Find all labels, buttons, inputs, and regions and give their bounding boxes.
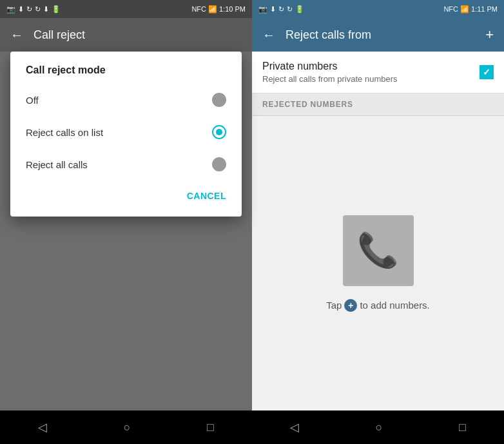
right-nfc-icon: NFC — [443, 5, 458, 13]
left-wifi-icon: 📶 — [208, 5, 217, 14]
phone-icon: 📞 — [357, 231, 399, 270]
left-panel: 📷 ⬇ ↻ ↻ ⬇ 🔋 NFC 📶 1:10 PM ← Call reject … — [0, 0, 252, 444]
private-numbers-text-group: Private numbers Reject all calls from pr… — [262, 61, 480, 84]
call-reject-mode-dialog: Call reject mode Off Reject calls on lis… — [10, 52, 242, 217]
left-page-title: Call reject — [34, 28, 85, 42]
right-status-icon-photo: 📷 — [258, 5, 267, 14]
right-back-button[interactable]: ← — [262, 28, 275, 43]
right-status-icon-dl: ⬇ — [270, 5, 276, 14]
option-off-label: Off — [26, 95, 39, 106]
rejected-numbers-header: REJECTED NUMBERS — [252, 93, 504, 116]
left-back-button[interactable]: ← — [10, 28, 23, 43]
phone-icon-container: 📞 — [343, 215, 414, 286]
private-numbers-title: Private numbers — [262, 61, 480, 72]
right-status-bar: 📷 ⬇ ↻ ↻ 🔋 NFC 📶 1:11 PM — [252, 0, 504, 18]
right-status-icon-battery: 🔋 — [295, 5, 304, 14]
left-nav-home[interactable]: ○ — [124, 421, 131, 434]
dialog-title: Call reject mode — [10, 52, 242, 84]
status-icon-sync2: ↻ — [35, 5, 41, 14]
right-status-icon-sync1: ↻ — [278, 5, 284, 14]
empty-state-add-icon[interactable]: + — [344, 299, 357, 312]
dialog-option-reject-all[interactable]: Reject all calls — [10, 148, 242, 180]
right-status-icon-sync2: ↻ — [287, 5, 293, 14]
right-nav-recent[interactable]: □ — [459, 421, 466, 434]
left-status-right: NFC 📶 1:10 PM — [191, 5, 246, 14]
private-numbers-checkbox[interactable]: ✓ — [480, 65, 494, 79]
left-nav-recent[interactable]: □ — [207, 421, 214, 434]
right-wifi-icon: 📶 — [460, 5, 469, 14]
option-off-radio[interactable] — [212, 93, 226, 107]
dialog-actions: CANCEL — [10, 180, 242, 217]
option-reject-list-radio[interactable] — [212, 125, 226, 139]
left-top-bar: ← Call reject — [0, 18, 252, 52]
dialog-option-reject-list[interactable]: Reject calls on list — [10, 116, 242, 148]
right-top-bar: ← Reject calls from + — [252, 18, 504, 52]
left-nav-back[interactable]: ◁ — [38, 420, 47, 434]
empty-state: 📞 Tap + to add numbers. — [252, 116, 504, 410]
option-reject-list-label: Reject calls on list — [26, 127, 103, 138]
right-panel: 📷 ⬇ ↻ ↻ 🔋 NFC 📶 1:11 PM ← Reject calls f… — [252, 0, 504, 444]
right-status-right: NFC 📶 1:11 PM — [443, 5, 498, 14]
right-top-bar-left: ← Reject calls from — [262, 28, 371, 43]
dialog-option-off[interactable]: Off — [10, 84, 242, 116]
left-status-bar: 📷 ⬇ ↻ ↻ ⬇ 🔋 NFC 📶 1:10 PM — [0, 0, 252, 18]
right-page-title: Reject calls from — [286, 28, 371, 42]
private-numbers-description: Reject all calls from private numbers — [262, 74, 480, 84]
add-number-button[interactable]: + — [485, 26, 494, 43]
left-status-icons: 📷 ⬇ ↻ ↻ ⬇ 🔋 — [6, 5, 61, 14]
right-nav-bar: ◁ ○ □ — [252, 410, 504, 444]
status-icon-battery: 🔋 — [52, 5, 61, 14]
status-icon-sync1: ↻ — [26, 5, 32, 14]
right-nav-back[interactable]: ◁ — [290, 420, 299, 434]
right-time: 1:11 PM — [471, 5, 498, 13]
option-reject-all-label: Reject all calls — [26, 159, 88, 170]
status-icon-download: ⬇ — [18, 5, 24, 14]
right-status-icons: 📷 ⬇ ↻ ↻ 🔋 — [258, 5, 304, 14]
empty-state-text: Tap + to add numbers. — [326, 299, 430, 312]
right-nav-home[interactable]: ○ — [376, 421, 383, 434]
option-reject-all-radio[interactable] — [212, 157, 226, 171]
status-icon-camera: 📷 — [6, 5, 15, 14]
private-numbers-section[interactable]: Private numbers Reject all calls from pr… — [252, 52, 504, 93]
left-nfc-icon: NFC — [191, 5, 206, 13]
empty-state-tap-text: Tap — [326, 300, 342, 311]
dialog-cancel-button[interactable]: CANCEL — [182, 186, 231, 206]
left-nav-bar: ◁ ○ □ — [0, 410, 252, 444]
empty-state-suffix-text: to add numbers. — [360, 300, 429, 311]
left-time: 1:10 PM — [219, 5, 246, 13]
status-icon-dl2: ⬇ — [43, 5, 49, 14]
